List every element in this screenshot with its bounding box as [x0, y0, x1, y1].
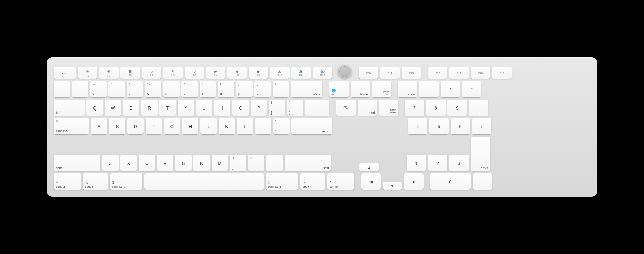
- four-key[interactable]: $ 4: [127, 81, 143, 97]
- f17-key[interactable]: F17: [449, 67, 469, 79]
- numpad-9-key[interactable]: 9: [447, 100, 467, 116]
- numpad-1-key[interactable]: 1: [407, 155, 426, 171]
- m-key[interactable]: M: [212, 155, 228, 171]
- three-key[interactable]: # 3: [108, 81, 125, 97]
- close-bracket-key[interactable]: } ]: [287, 100, 303, 116]
- zero-key[interactable]: ) 0: [236, 81, 253, 97]
- page-up-key[interactable]: pageup: [372, 81, 391, 97]
- r-key[interactable]: R: [141, 100, 158, 116]
- f9-key[interactable]: ⏭ F9: [249, 67, 268, 79]
- page-down-key[interactable]: pagedown: [379, 100, 398, 116]
- n-key[interactable]: N: [193, 155, 210, 171]
- x-key[interactable]: X: [120, 155, 137, 171]
- numpad-clear-key[interactable]: clear: [398, 81, 417, 97]
- f10-key[interactable]: 🔈 F10: [270, 67, 290, 79]
- f18-key[interactable]: F18: [471, 67, 490, 79]
- two-key[interactable]: @ 2: [90, 81, 107, 97]
- arrow-left-key[interactable]: ◀: [361, 173, 381, 190]
- numpad-0-key[interactable]: 0: [430, 173, 471, 190]
- forward-delete-key[interactable]: ⌦: [336, 100, 356, 116]
- f19-key[interactable]: F19: [492, 67, 512, 79]
- caps-lock-key[interactable]: caps lock: [54, 118, 89, 134]
- touch-id-key[interactable]: [337, 64, 352, 79]
- numpad-3-key[interactable]: 3: [449, 155, 469, 171]
- p-key[interactable]: P: [251, 100, 267, 116]
- arrow-down-key[interactable]: ▼: [383, 182, 402, 190]
- numpad-5-key[interactable]: 5: [429, 118, 449, 134]
- f11-key[interactable]: 🔉 F11: [291, 67, 311, 79]
- semicolon-key[interactable]: : ;: [255, 118, 271, 134]
- home-key[interactable]: home: [351, 81, 370, 97]
- quote-key[interactable]: " ': [273, 118, 290, 134]
- space-key[interactable]: [144, 173, 264, 190]
- right-command-key[interactable]: ⌘ command: [266, 173, 298, 190]
- f14-key[interactable]: F14: [380, 67, 400, 79]
- v-key[interactable]: V: [157, 155, 173, 171]
- f12-key[interactable]: 🔊 F12: [313, 67, 332, 79]
- right-shift-key[interactable]: shift: [285, 155, 331, 171]
- right-control-key[interactable]: ^ control: [327, 173, 354, 190]
- nine-key[interactable]: ( 9: [218, 81, 234, 97]
- z-key[interactable]: Z: [102, 155, 119, 171]
- arrow-right-key[interactable]: ▶: [404, 173, 424, 190]
- one-key[interactable]: ! 1: [72, 81, 88, 97]
- f16-key[interactable]: F16: [428, 67, 447, 79]
- tab-key[interactable]: tab: [54, 100, 85, 116]
- u-key[interactable]: U: [196, 100, 212, 116]
- k-key[interactable]: K: [219, 118, 235, 134]
- s-key[interactable]: S: [109, 118, 125, 134]
- f1-key[interactable]: ☀ F1: [78, 67, 97, 79]
- end-key[interactable]: end: [358, 100, 377, 116]
- backslash-key[interactable]: | \: [305, 100, 329, 116]
- six-key[interactable]: ^ 6: [163, 81, 180, 97]
- y-key[interactable]: Y: [178, 100, 194, 116]
- arrow-up-key[interactable]: ▲: [359, 163, 379, 171]
- numpad-multiply-key[interactable]: *: [462, 81, 481, 97]
- left-option-key[interactable]: ⌥ option: [83, 173, 108, 190]
- g-key[interactable]: G: [164, 118, 180, 134]
- d-key[interactable]: D: [127, 118, 144, 134]
- f2-key[interactable]: ☀ F2: [99, 67, 119, 79]
- f5-key[interactable]: 🎙 F5: [163, 67, 183, 79]
- numpad-4-key[interactable]: 4: [408, 118, 427, 134]
- esc-key[interactable]: esc: [54, 67, 76, 79]
- left-control-key[interactable]: ^ control: [54, 173, 81, 190]
- i-key[interactable]: I: [214, 100, 230, 116]
- numpad-2-key[interactable]: 2: [428, 155, 447, 171]
- f6-key[interactable]: ☽ F6: [185, 67, 204, 79]
- slash-key[interactable]: ? /: [266, 155, 283, 171]
- b-key[interactable]: B: [175, 155, 192, 171]
- seven-key[interactable]: & 7: [181, 81, 198, 97]
- numpad-divide-key[interactable]: /: [441, 81, 460, 97]
- f4-key[interactable]: ⌕ F4: [142, 67, 161, 79]
- f15-key[interactable]: F15: [402, 67, 421, 79]
- numpad-6-key[interactable]: 6: [451, 118, 470, 134]
- delete-key[interactable]: delete: [291, 81, 322, 97]
- j-key[interactable]: J: [200, 118, 217, 134]
- five-key[interactable]: % 5: [145, 81, 161, 97]
- equals-key[interactable]: + =: [273, 81, 289, 97]
- numpad-minus-key[interactable]: −: [469, 100, 488, 116]
- numpad-enter-key[interactable]: enter: [471, 137, 490, 171]
- backtick-key[interactable]: ~ `: [54, 81, 70, 97]
- numpad-equals-key[interactable]: =: [419, 81, 439, 97]
- w-key[interactable]: W: [105, 100, 121, 116]
- o-key[interactable]: O: [232, 100, 249, 116]
- left-command-key[interactable]: ⌘ command: [110, 173, 142, 190]
- e-key[interactable]: E: [123, 100, 139, 116]
- f8-key[interactable]: ⏯ F8: [227, 67, 247, 79]
- t-key[interactable]: T: [159, 100, 176, 116]
- right-option-key[interactable]: ⌥ option: [300, 173, 325, 190]
- f-key[interactable]: F: [146, 118, 162, 134]
- numpad-plus-key[interactable]: +: [472, 118, 491, 134]
- comma-key[interactable]: < ,: [230, 155, 246, 171]
- eight-key[interactable]: * 8: [200, 81, 216, 97]
- f7-key[interactable]: ⏮ F7: [206, 67, 225, 79]
- return-key[interactable]: return: [291, 118, 332, 134]
- l-key[interactable]: L: [237, 118, 253, 134]
- numpad-7-key[interactable]: 7: [405, 100, 424, 116]
- left-shift-key[interactable]: shift: [54, 155, 100, 171]
- numpad-dot-key[interactable]: .: [473, 173, 492, 190]
- f3-key[interactable]: ⊟ F3: [120, 67, 140, 79]
- fn-key[interactable]: 🌐 fn: [329, 81, 349, 97]
